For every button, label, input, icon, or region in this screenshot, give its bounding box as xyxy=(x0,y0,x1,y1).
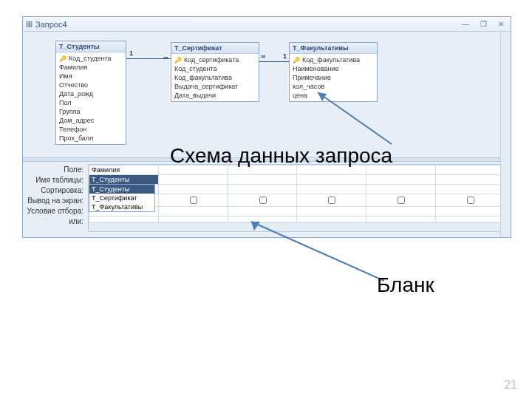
schema-pane[interactable]: Т_Студенты 🔑Код_студента Фамилия Имя Отч… xyxy=(23,32,511,157)
callout-blank: Бланк xyxy=(377,273,434,297)
grid-label-field: Поле: xyxy=(23,165,83,175)
dropdown-option[interactable]: Т_Сертификат xyxy=(89,194,154,202)
table-students[interactable]: Т_Студенты 🔑Код_студента Фамилия Имя Отч… xyxy=(55,41,126,145)
field-row[interactable]: Примечание xyxy=(293,73,374,82)
field-row[interactable]: Отчество xyxy=(59,81,123,89)
svg-marker-3 xyxy=(251,222,260,231)
field-row[interactable]: 🔑Код_сертификата xyxy=(174,55,256,64)
field-row[interactable]: 🔑Код_студента xyxy=(59,54,123,63)
titlebar: ⊞ Запрос4 — ❐ ✕ xyxy=(23,17,511,32)
page-number: 21 xyxy=(504,378,517,392)
key-icon: 🔑 xyxy=(174,57,182,64)
grid-label-or: или: xyxy=(23,216,83,227)
minimize-button[interactable]: — xyxy=(459,20,472,28)
show-checkbox[interactable] xyxy=(328,197,335,204)
grid-cell[interactable] xyxy=(228,185,297,194)
show-checkbox[interactable] xyxy=(259,197,267,204)
callout-arrow-icon xyxy=(310,85,399,151)
grid-cell[interactable] xyxy=(366,185,436,194)
table-caption: Т_Факультативы xyxy=(290,43,377,54)
field-row[interactable]: Выдача_сертификат xyxy=(174,82,256,91)
field-row[interactable]: 🔑Код_факультатива xyxy=(293,55,374,64)
grid-cell[interactable] xyxy=(436,166,505,175)
grid-label-sort: Сортировка: xyxy=(23,185,83,196)
grid-cell[interactable] xyxy=(436,175,505,185)
grid-cell[interactable] xyxy=(297,185,366,194)
callout-arrow-icon xyxy=(244,214,392,288)
dropdown-option[interactable]: Т_Студенты xyxy=(89,185,154,194)
field-row[interactable]: Код_факультатива xyxy=(174,73,256,82)
vertical-scrollbar[interactable] xyxy=(500,32,511,237)
table-caption: Т_Сертификат xyxy=(171,43,259,54)
field-row[interactable]: Группа xyxy=(59,107,123,116)
field-row[interactable]: Дата_рожд xyxy=(59,89,123,98)
query-designer-window: ⊞ Запрос4 — ❐ ✕ Т_Студенты 🔑Код_студента… xyxy=(22,16,511,238)
table-certificate[interactable]: Т_Сертификат 🔑Код_сертификата Код_студен… xyxy=(171,42,259,102)
show-checkbox[interactable] xyxy=(467,197,474,204)
window-title: Запрос4 xyxy=(35,20,67,29)
svg-line-0 xyxy=(318,92,392,144)
relation-line[interactable] xyxy=(259,61,289,62)
dropdown-option[interactable]: Т_Факультативы xyxy=(89,202,154,211)
grid-cell[interactable] xyxy=(228,175,297,185)
field-row[interactable]: Прох_балл xyxy=(59,134,123,143)
close-button[interactable]: ✕ xyxy=(494,20,508,28)
show-checkbox[interactable] xyxy=(398,197,405,204)
grid-cell[interactable] xyxy=(158,207,228,216)
field-row[interactable]: Код_студента xyxy=(174,64,256,73)
svg-line-2 xyxy=(251,222,384,281)
grid-label-show: Вывод на экран: xyxy=(23,196,83,206)
relation-one: 1 xyxy=(129,50,133,57)
grid-cell[interactable] xyxy=(366,175,436,185)
key-icon: 🔑 xyxy=(59,55,66,62)
key-icon: 🔑 xyxy=(293,57,300,64)
show-checkbox[interactable] xyxy=(190,197,197,204)
relation-many: ∞ xyxy=(261,52,265,60)
grid-cell[interactable] xyxy=(158,175,228,185)
field-row[interactable]: Имя xyxy=(59,72,123,81)
grid-cell[interactable] xyxy=(436,207,505,216)
grid-cell-table-dropdown[interactable]: Т_Студенты xyxy=(89,175,159,185)
field-row[interactable]: Дата_выдачи xyxy=(174,91,256,100)
field-row[interactable]: Пол xyxy=(59,98,123,107)
grid-cell-field[interactable]: Фамилия xyxy=(89,166,159,175)
maximize-button[interactable]: ❐ xyxy=(477,20,490,28)
grid-cell[interactable] xyxy=(436,185,505,194)
table-caption: Т_Студенты xyxy=(56,41,126,52)
field-row[interactable]: Наименование xyxy=(293,64,374,73)
grid-cell[interactable] xyxy=(297,175,366,185)
callout-schema: Схема данных запроса xyxy=(170,144,392,168)
field-row[interactable]: Дом_адрес xyxy=(59,116,123,125)
field-row[interactable]: Телефон xyxy=(59,125,123,134)
query-icon: ⊞ xyxy=(26,19,33,29)
grid-label-table: Имя таблицы: xyxy=(23,175,83,185)
grid-label-criteria: Условие отбора: xyxy=(23,206,83,216)
field-row[interactable]: Фамилия xyxy=(59,63,123,72)
relation-one: 1 xyxy=(283,52,287,60)
relation-many: ∞ xyxy=(163,54,168,61)
grid-cell[interactable] xyxy=(158,185,228,194)
